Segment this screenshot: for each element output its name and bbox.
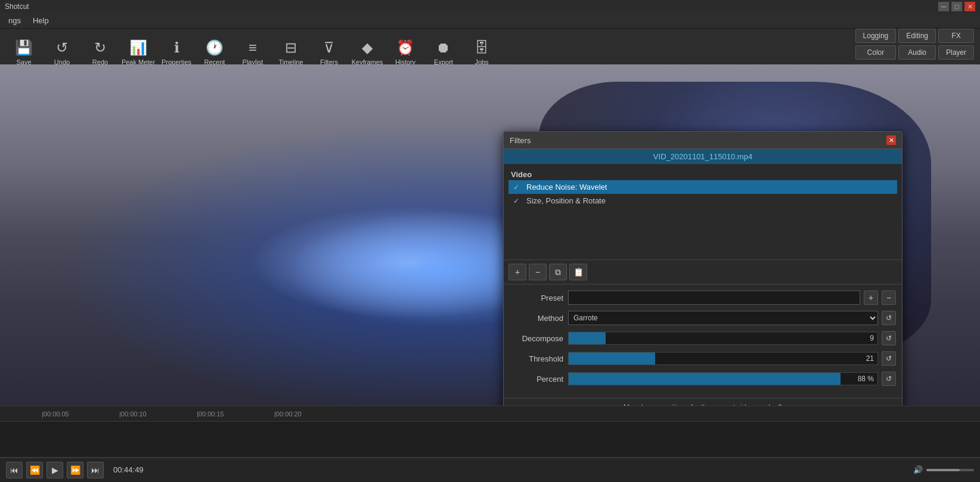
skip-start-button[interactable]: ⏮: [6, 462, 23, 478]
menu-bar: ngs Help: [0, 13, 980, 29]
copy-filter-button[interactable]: ⧉: [549, 264, 567, 280]
video-section-label: Video: [508, 169, 897, 180]
decompose-value: 9: [870, 334, 874, 342]
preset-dropdown[interactable]: [568, 291, 860, 305]
add-filter-button[interactable]: +: [508, 264, 526, 280]
filters-panel-header[interactable]: Filters ✕: [504, 132, 902, 149]
method-control: Garrote Soft Hard ↺: [568, 311, 896, 325]
volume-icon: 🔊: [913, 465, 923, 474]
next-frame-button[interactable]: ⏩: [67, 462, 83, 478]
jobs-icon: 🗄: [475, 39, 489, 56]
layout-fx-button[interactable]: FX: [938, 29, 974, 43]
threshold-row: Threshold 21 ↺: [510, 351, 896, 366]
menu-item-help[interactable]: Help: [28, 15, 54, 26]
playlist-icon: ≡: [249, 39, 257, 56]
save-icon: 💾: [15, 39, 33, 56]
method-row: Method Garrote Soft Hard ↺: [510, 311, 896, 325]
properties-icon: ℹ: [174, 39, 179, 56]
check-icon-size-position: ✓: [513, 197, 523, 205]
paste-filter-button[interactable]: 📋: [569, 264, 587, 280]
export-icon: ⏺: [436, 39, 451, 56]
maximize-button[interactable]: □: [951, 2, 962, 11]
threshold-label: Threshold: [510, 354, 563, 363]
layout-player-button[interactable]: Player: [938, 45, 974, 60]
percent-row: Percent 88 % ↺: [510, 372, 896, 386]
threshold-slider-container[interactable]: 21: [568, 352, 878, 365]
remove-preset-button[interactable]: −: [882, 291, 896, 305]
filter-list-area: Video ✓ Reduce Noise: Wavelet ✓ Size, Po…: [504, 164, 902, 259]
preset-label: Preset: [510, 293, 563, 302]
timeline-icon: ⊟: [285, 39, 297, 56]
time-marker-3: |00:00:15: [197, 410, 224, 418]
play-button[interactable]: ▶: [46, 462, 63, 478]
reset-percent-button[interactable]: ↺: [882, 372, 896, 386]
redo-icon: ↻: [94, 39, 106, 56]
threshold-control: 21 ↺: [568, 351, 896, 366]
decompose-control: 9 ↺: [568, 331, 896, 345]
timeline-controls: ⏮ ⏪ ▶ ⏩ ⏭ 00:44:49 🔊: [0, 458, 980, 481]
decompose-label: Decompose: [510, 334, 563, 343]
skip-end-button[interactable]: ⏭: [87, 462, 104, 478]
history-icon: ⏰: [396, 39, 414, 56]
filters-close-button[interactable]: ✕: [886, 135, 896, 145]
layout-color-button[interactable]: Color: [855, 45, 897, 60]
time-marker-1: |00:00:05: [42, 410, 69, 418]
title-bar: Shotcut ─ □ ✕: [0, 0, 980, 13]
remove-filter-button[interactable]: −: [529, 264, 547, 280]
volume-fill: [926, 469, 960, 471]
timeline-ruler: |00:00:05 |00:00:10 |00:00:15 |00:00:20: [0, 406, 980, 422]
layout-logging-button[interactable]: Logging: [855, 29, 897, 43]
volume-slider[interactable]: [926, 469, 974, 471]
window-controls: ─ □ ✕: [938, 2, 975, 11]
peak-meter-icon: 📊: [129, 39, 147, 56]
reset-method-button[interactable]: ↺: [882, 311, 896, 325]
layout-editing-button[interactable]: Editing: [898, 29, 936, 43]
check-icon-reduce-noise: ✓: [513, 183, 523, 191]
preset-row: Preset + −: [510, 291, 896, 305]
filter-item-reduce-noise[interactable]: ✓ Reduce Noise: Wavelet: [508, 180, 897, 194]
threshold-value: 21: [866, 354, 874, 363]
filename-bar: VID_20201101_115010.mp4: [504, 149, 902, 164]
filters-panel: Filters ✕ VID_20201101_115010.mp4 Video …: [503, 131, 903, 425]
decompose-row: Decompose 9 ↺: [510, 331, 896, 345]
undo-icon: ↺: [56, 39, 68, 56]
filter-item-reduce-noise-label: Reduce Noise: Wavelet: [526, 183, 607, 191]
reset-decompose-button[interactable]: ↺: [882, 331, 896, 345]
filename-text: VID_20201101_115010.mp4: [653, 152, 752, 161]
filter-item-size-position-label: Size, Position & Rotate: [526, 196, 606, 205]
time-marker-4: |00:00:20: [274, 410, 302, 418]
filters-panel-title: Filters: [510, 136, 531, 145]
app-title: Shotcut: [5, 2, 938, 11]
percent-label: Percent: [510, 375, 563, 384]
layout-audio-button[interactable]: Audio: [898, 45, 936, 60]
filters-icon: ⊽: [324, 39, 334, 56]
timecode-display: 00:44:49: [107, 465, 150, 474]
add-preset-button[interactable]: +: [864, 291, 878, 305]
volume-area: 🔊: [913, 465, 974, 474]
method-dropdown[interactable]: Garrote Soft Hard: [568, 311, 878, 325]
method-label: Method: [510, 314, 563, 323]
filter-item-size-position[interactable]: ✓ Size, Position & Rotate: [508, 194, 897, 208]
reset-threshold-button[interactable]: ↺: [882, 351, 896, 366]
percent-value: 88 %: [858, 375, 874, 383]
recent-icon: 🕐: [206, 39, 224, 56]
preset-control: + −: [568, 291, 896, 305]
timeline-track-area: [0, 422, 980, 458]
timeline-bar: |00:00:05 |00:00:10 |00:00:15 |00:00:20 …: [0, 406, 980, 482]
filter-toolbar: + − ⧉ 📋: [504, 259, 902, 285]
decompose-slider-container[interactable]: 9: [568, 332, 878, 345]
percent-control: 88 % ↺: [568, 372, 896, 386]
prev-frame-button[interactable]: ⏪: [26, 462, 43, 478]
minimize-button[interactable]: ─: [938, 2, 949, 11]
filter-settings: Preset + − Method Garrote Soft Hard ↺: [504, 285, 902, 398]
close-button[interactable]: ✕: [965, 2, 975, 11]
time-marker-2: |00:00:10: [119, 410, 147, 418]
keyframes-icon: ◆: [362, 39, 373, 56]
percent-slider-container[interactable]: 88 %: [568, 372, 878, 385]
menu-item-ngs[interactable]: ngs: [4, 15, 26, 26]
layout-buttons: Logging Editing FX Color Audio Player: [855, 29, 974, 60]
